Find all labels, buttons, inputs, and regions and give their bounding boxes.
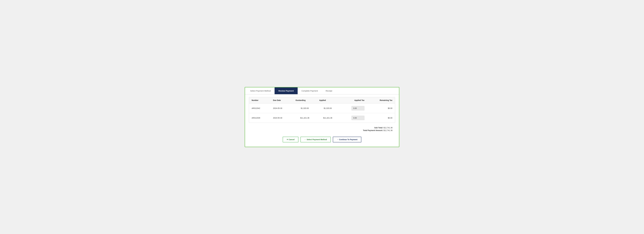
continue-to-payment-button[interactable]: → Continue To Payment <box>333 137 361 142</box>
total-payment-value: $12,741.36 <box>384 129 392 131</box>
total-payment-line: Total Payment Amount: $12,741.36 <box>249 129 392 131</box>
payment-table: Number Due Date Oustanding Applied Appli… <box>249 97 395 123</box>
table-row: AR012039 2024-05-30 $11,421.36 $11,421.3… <box>249 113 395 123</box>
cell-outstanding: $1,320.00 <box>293 103 316 113</box>
applied-tax-input[interactable] <box>352 106 364 110</box>
cell-applied: $1,320.00 <box>317 103 339 113</box>
select-payment-button[interactable]: ← Select Payment Method <box>300 137 331 142</box>
cell-due-date: 2024-05-30 <box>270 103 293 113</box>
tab-review-payment[interactable]: Review Payment <box>274 87 298 94</box>
totals-section: Sub Total: $12,741.36 Total Payment Amou… <box>249 125 395 135</box>
cell-remaining-tax: $0.00 <box>367 103 395 113</box>
total-payment-label: Total Payment Amount: <box>363 129 383 131</box>
payment-table-container: Number Due Date Oustanding Applied Appli… <box>249 97 395 123</box>
payment-modal: Select Payment Method Review Payment Com… <box>245 87 399 147</box>
cell-applied: $11,421.36 <box>317 113 339 123</box>
table-row: AR012042 2024-05-30 $1,320.00 $1,320.00 … <box>249 103 395 113</box>
cell-remaining-tax: $0.00 <box>367 113 395 123</box>
tabs-bar: Select Payment Method Review Payment Com… <box>245 87 399 94</box>
col-header-applied-tax: Applied Tax <box>339 97 367 103</box>
col-header-outstanding: Oustanding <box>293 97 316 103</box>
col-header-remaining-tax: Remaining Tax <box>367 97 395 103</box>
sub-total-label: Sub Total: <box>374 127 383 129</box>
main-content: Number Due Date Oustanding Applied Appli… <box>245 94 399 147</box>
applied-tax-input[interactable] <box>352 116 364 120</box>
tab-select-payment[interactable]: Select Payment Method <box>246 87 274 94</box>
cell-applied-tax <box>339 113 367 123</box>
col-header-applied: Applied <box>317 97 339 103</box>
col-header-due-date: Due Date <box>270 97 293 103</box>
cell-number: AR012042 <box>249 103 270 113</box>
sub-total-line: Sub Total: $12,741.36 <box>249 127 392 129</box>
cell-applied-tax <box>339 103 367 113</box>
cell-outstanding: $11,421.36 <box>293 113 316 123</box>
col-header-number: Number <box>249 97 270 103</box>
table-header-row: Number Due Date Oustanding Applied Appli… <box>249 97 395 103</box>
footer-buttons: ✕ Cancel ← Select Payment Method → Conti… <box>249 135 395 145</box>
cancel-button[interactable]: ✕ Cancel <box>283 137 298 142</box>
tab-complete-payment[interactable]: Complete Payment <box>298 87 322 94</box>
tab-receipt[interactable]: Receipt <box>322 87 336 94</box>
cell-number: AR012039 <box>249 113 270 123</box>
sub-total-value: $12,741.36 <box>384 127 392 129</box>
cell-due-date: 2024-05-30 <box>270 113 293 123</box>
